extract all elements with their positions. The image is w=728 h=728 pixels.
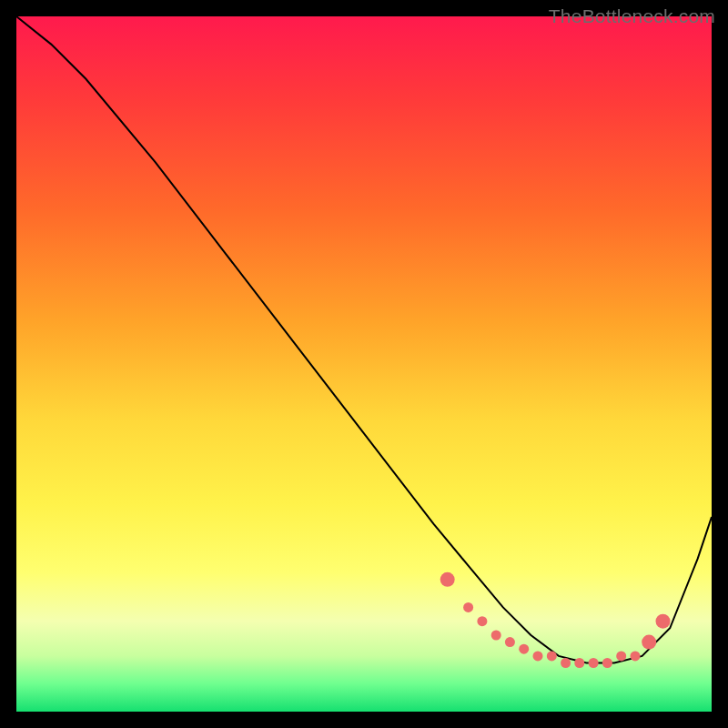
optimal-dot bbox=[642, 635, 656, 650]
optimal-dot bbox=[616, 651, 626, 661]
optimal-dot bbox=[589, 658, 599, 668]
optimal-dot bbox=[491, 631, 501, 641]
optimal-dot bbox=[656, 614, 671, 629]
optimal-dot bbox=[533, 651, 543, 661]
optimal-dot bbox=[602, 658, 612, 668]
optimal-dot bbox=[440, 572, 455, 587]
optimal-dot bbox=[463, 602, 473, 612]
optimal-dot bbox=[574, 658, 584, 668]
optimal-dot bbox=[505, 637, 515, 647]
optimal-zone-dots bbox=[16, 16, 712, 712]
optimal-dot bbox=[631, 651, 641, 661]
optimal-dot bbox=[561, 658, 571, 668]
optimal-dot bbox=[547, 651, 557, 661]
gradient-plot-area bbox=[16, 16, 712, 712]
bottleneck-curve bbox=[16, 16, 712, 712]
optimal-dot bbox=[519, 644, 529, 654]
chart-stage: TheBottleneck.com bbox=[0, 0, 728, 728]
optimal-dot bbox=[477, 616, 487, 626]
